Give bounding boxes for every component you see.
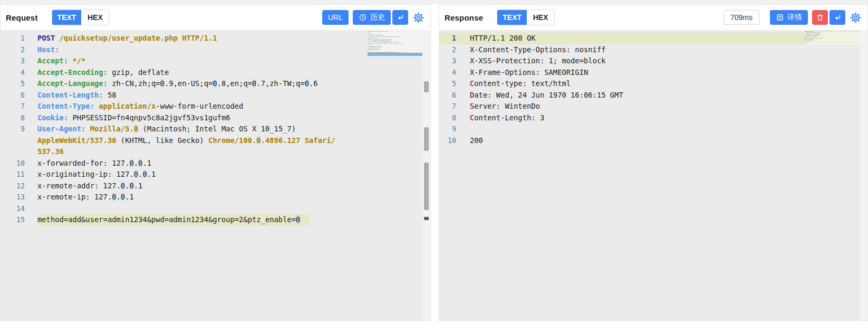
code-line[interactable]: 7Server: WintenDo [805,39,860,40]
code-line[interactable]: 12x-remote-addr: 127.0.0.1 [1,180,430,192]
history-button[interactable]: 历史 [353,10,391,25]
response-view-toggle: TEXT HEX [497,9,555,25]
code-line[interactable]: 6Date: Wed, 24 Jun 1970 16:06:15 GMT [805,37,860,39]
request-settings-button[interactable] [412,12,424,23]
request-scrollbar[interactable] [422,30,430,320]
detail-button[interactable]: 详情 [770,10,808,25]
request-tab-hex[interactable]: HEX [81,10,109,25]
code-line[interactable]: 6Content-Length: 58 [368,37,422,39]
code-line[interactable]: 4X-Frame-Options: SAMEORIGIN [439,67,867,79]
line-number: 13 [1,192,25,203]
request-minimap[interactable]: 1POST /quicksetup/user_update.php HTTP/1… [368,31,422,56]
response-editor[interactable]: 1HTTP/1.1 200 OK2X-Content-Type-Options:… [439,30,867,320]
code-line[interactable]: 10200 [805,43,860,44]
line-number: 14 [1,203,25,215]
code-line[interactable]: 537.36 [368,44,422,45]
code-line[interactable]: 8Content-Length: 3 [439,112,867,124]
delete-button[interactable] [812,10,828,25]
request-tab-text[interactable]: TEXT [52,10,82,25]
line-number: 8 [439,112,456,124]
response-code-lines: 1HTTP/1.1 200 OK2X-Content-Type-Options:… [439,30,867,146]
code-line[interactable]: 9User-Agent: Mozilla/5.0 (Macintosh; Int… [368,41,422,43]
line-number: 9 [1,123,25,135]
line-number: 2 [439,44,456,56]
code-line[interactable]: 1HTTP/1.1 200 OK [439,33,867,44]
code-line[interactable]: AppleWebKit/537.36 (KHTML, like Gecko) C… [368,43,422,44]
line-number: 5 [439,78,456,90]
code-line[interactable]: 8Cookie: PHPSESSID=fn4qnpv5c8a2jgvf53vs1… [368,40,422,42]
code-line[interactable]: 3Accept: */* [368,33,422,35]
code-line[interactable]: 3X-XSS-Protection: 1; mode=block [805,33,860,35]
scrollbar-match-mark [424,163,429,210]
code-line[interactable]: 1POST /quicksetup/user_update.php HTTP/1… [368,31,422,32]
code-line[interactable]: 9 [439,123,867,135]
code-line[interactable]: 537.36 [1,146,430,158]
code-line[interactable]: 10200 [439,135,867,147]
response-scrollbar[interactable] [860,30,867,320]
line-number: 6 [1,90,25,101]
detail-document-icon [776,13,784,22]
history-button-label: 历史 [370,13,385,22]
request-editor[interactable]: 1POST /quicksetup/user_update.php HTTP/1… [1,30,430,320]
code-line[interactable]: 4Accept-Encoding: gzip, deflate [368,35,422,36]
code-line[interactable]: 4Accept-Encoding: gzip, deflate [1,67,430,79]
line-number: 8 [1,112,25,124]
line-number: 3 [439,55,456,67]
code-line[interactable]: 2X-Content-Type-Options: nosniff [805,32,860,34]
page-top-strip [0,0,868,4]
code-line[interactable]: 2Host: [368,32,422,34]
response-tab-hex[interactable]: HEX [527,10,554,25]
response-tab-text[interactable]: TEXT [497,10,527,25]
code-line[interactable]: 10x-forwarded-for: 127.0.0.1 [1,158,430,169]
code-line[interactable]: 5Content-type: text/html [805,36,860,37]
enter-arrow-icon [833,13,842,22]
line-number: 1 [1,33,25,44]
code-line[interactable]: 8Cookie: PHPSESSID=fn4qnpv5c8a2jgvf53vs1… [1,112,430,124]
code-line[interactable]: 4X-Frame-Options: SAMEORIGIN [805,35,860,36]
code-line[interactable]: 5Accept-Language: zh-CN,zh;q=0.9,en-US;q… [368,36,422,37]
detail-button-label: 详情 [787,13,802,22]
code-line[interactable]: 7Content-Type: application/x-www-form-ur… [368,39,422,40]
code-line[interactable]: 10x-forwarded-for: 127.0.0.1 [368,45,422,47]
code-line[interactable]: 7Server: WintenDo [439,101,867,112]
code-line[interactable]: 3X-XSS-Protection: 1; mode=block [439,55,867,67]
response-minimap[interactable]: 1HTTP/1.1 200 OK2X-Content-Type-Options:… [805,31,860,45]
response-time-badge: 709ms [724,10,759,25]
response-settings-button[interactable] [850,12,861,23]
code-line[interactable]: 11x-originating-ip: 127.0.0.1 [1,169,430,180]
code-line[interactable]: 14 [1,203,430,215]
code-line[interactable]: 1POST /quicksetup/user_update.php HTTP/1… [1,33,430,44]
url-button[interactable]: URL [322,10,349,25]
code-line[interactable]: 7Content-Type: application/x-www-form-ur… [1,101,430,112]
code-line[interactable]: 3Accept: */* [1,55,430,67]
request-send-enter-button[interactable] [392,10,408,25]
request-panel-title: Request [6,13,38,22]
code-line[interactable]: 6Date: Wed, 24 Jun 1970 16:06:15 GMT [439,90,867,101]
line-number: 10 [1,158,25,169]
response-minimap-content: 1HTTP/1.1 200 OK2X-Content-Type-Options:… [805,31,860,44]
response-send-enter-button[interactable] [830,10,845,25]
scrollbar-match-mark [424,127,429,151]
code-line[interactable]: 9User-Agent: Mozilla/5.0 (Macintosh; Int… [1,123,430,135]
code-line[interactable]: 5Accept-Language: zh-CN,zh;q=0.9,en-US;q… [1,78,430,90]
line-number: 12 [1,180,25,192]
code-line[interactable]: 6Content-Length: 58 [1,90,430,101]
code-line[interactable]: 2Host: [1,44,430,56]
code-line[interactable]: 12x-remote-addr: 127.0.0.1 [368,48,422,50]
code-line[interactable]: 13x-remote-ip: 127.0.0.1 [1,192,430,203]
code-line[interactable]: 15method=add&user=admin1234&pwd=admin123… [1,214,430,226]
code-line[interactable]: 2X-Content-Type-Options: nosniff [439,44,867,56]
code-line[interactable]: 11x-originating-ip: 127.0.0.1 [368,46,422,48]
code-line[interactable]: 9 [805,41,860,43]
line-number: 5 [1,78,25,90]
line-number: 3 [1,55,25,67]
code-line[interactable]: 13x-remote-ip: 127.0.0.1 [368,50,422,51]
response-panel: Response TEXT HEX 709ms 详情 [439,4,868,321]
response-panel-title: Response [445,13,483,22]
code-line[interactable]: AppleWebKit/537.36 (KHTML, like Gecko) C… [1,135,430,147]
code-line[interactable]: 8Content-Length: 3 [805,40,860,42]
code-line[interactable]: 14 [368,51,422,52]
line-number: 4 [1,67,25,79]
code-line[interactable]: 1HTTP/1.1 200 OK [805,31,860,32]
code-line[interactable]: 5Content-type: text/html [439,78,867,90]
